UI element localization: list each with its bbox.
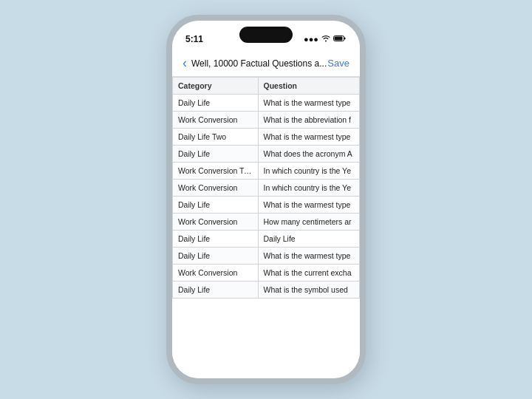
- cell-category: Work Conversion: [173, 214, 259, 231]
- cell-question: What is the warmest type: [258, 197, 360, 214]
- table-row: Daily LifeWhat is the warmest type: [173, 197, 360, 214]
- col-header-category: Category: [173, 78, 259, 95]
- cell-category: Daily Life: [173, 146, 259, 163]
- wifi-icon: [321, 35, 330, 44]
- back-button[interactable]: ‹: [183, 55, 187, 71]
- table-row: Daily LifeDaily Life: [173, 231, 360, 248]
- cell-category: Work Conversion: [173, 180, 259, 197]
- phone-frame: 5:11 ●●●: [166, 15, 366, 384]
- cell-question: What is the symbol used: [258, 282, 360, 299]
- table-row: Daily Life TwoWhat is the warmest type: [173, 129, 360, 146]
- cell-question: What does the acronym A: [258, 146, 360, 163]
- cell-category: Daily Life: [173, 248, 259, 265]
- cell-question: What is the abbreviation f: [258, 112, 360, 129]
- phone-screen: 5:11 ●●●: [172, 21, 360, 378]
- table-row: Work ConversionWhat is the current excha: [173, 265, 360, 282]
- table-row: Work Conversion TwoIn which country is t…: [173, 163, 360, 180]
- cell-category: Work Conversion Two: [173, 163, 259, 180]
- svg-rect-2: [335, 37, 343, 41]
- cell-question: What is the warmest type: [258, 248, 360, 265]
- cell-category: Daily Life: [173, 95, 259, 112]
- cell-question: Daily Life: [258, 231, 360, 248]
- signal-icon: ●●●: [304, 35, 318, 44]
- status-icons: ●●●: [304, 35, 347, 44]
- table-row: Daily LifeWhat does the acronym A: [173, 146, 360, 163]
- table-row: Work ConversionIn which country is the Y…: [173, 180, 360, 197]
- save-button[interactable]: Save: [327, 58, 349, 69]
- cell-category: Daily Life: [173, 231, 259, 248]
- table-row: Daily LifeWhat is the warmest type: [173, 248, 360, 265]
- cell-question: What is the warmest type: [258, 129, 360, 146]
- status-time: 5:11: [185, 34, 203, 44]
- cell-question: In which country is the Ye: [258, 163, 360, 180]
- nav-title: Well, 10000 Factual Questions a...: [191, 58, 327, 69]
- table-container[interactable]: Category Question Daily LifeWhat is the …: [172, 77, 360, 378]
- cell-question: What is the current excha: [258, 265, 360, 282]
- nav-bar: ‹ Well, 10000 Factual Questions a... Sav…: [172, 50, 360, 77]
- col-header-question: Question: [258, 78, 360, 95]
- table-row: Daily LifeWhat is the symbol used: [173, 282, 360, 299]
- svg-rect-1: [344, 38, 346, 40]
- cell-category: Daily Life: [173, 197, 259, 214]
- cell-category: Work Conversion: [173, 112, 259, 129]
- cell-category: Daily Life: [173, 282, 259, 299]
- table-header-row: Category Question: [173, 78, 360, 95]
- cell-question: In which country is the Ye: [258, 180, 360, 197]
- battery-icon: [333, 35, 347, 44]
- cell-question: What is the warmest type: [258, 95, 360, 112]
- cell-category: Daily Life Two: [173, 129, 259, 146]
- table-row: Daily LifeWhat is the warmest type: [173, 95, 360, 112]
- cell-question: How many centimeters ar: [258, 214, 360, 231]
- table-row: Work ConversionHow many centimeters ar: [173, 214, 360, 231]
- dynamic-island: [239, 27, 293, 43]
- data-table: Category Question Daily LifeWhat is the …: [172, 77, 360, 299]
- table-row: Work ConversionWhat is the abbreviation …: [173, 112, 360, 129]
- cell-category: Work Conversion: [173, 265, 259, 282]
